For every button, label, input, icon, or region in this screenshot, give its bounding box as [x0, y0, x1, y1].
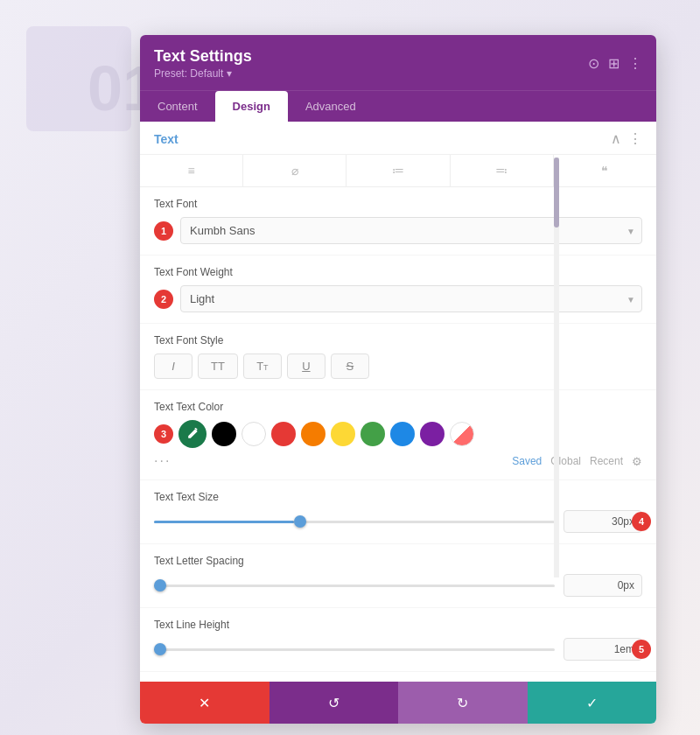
text-size-thumb[interactable]: [294, 515, 306, 528]
text-size-slider-container: [154, 513, 555, 530]
swatch-green[interactable]: [360, 422, 385, 446]
cancel-icon: ✕: [199, 695, 210, 711]
color-tab-dots[interactable]: ···: [154, 453, 171, 469]
swatch-yellow[interactable]: [331, 422, 355, 446]
swatch-black[interactable]: [212, 422, 236, 446]
text-font-weight-section: Text Font Weight 2 Light Regular Bold ▼: [140, 256, 656, 324]
text-size-section: Text Text Size 4: [140, 480, 656, 544]
color-tab-saved[interactable]: Saved: [512, 455, 542, 467]
line-height-value-wrapper: 5: [564, 638, 642, 661]
line-height-label: Text Line Height: [154, 619, 642, 631]
text-font-style-label: Text Font Style: [154, 334, 642, 346]
confirm-button[interactable]: ✓: [528, 682, 657, 724]
letter-spacing-track: [154, 584, 555, 587]
swatch-purple[interactable]: [420, 422, 444, 446]
line-height-slider-container: [154, 640, 555, 658]
line-height-input[interactable]: [564, 638, 642, 661]
color-tab-links: Saved Global Recent ⚙: [512, 455, 642, 468]
line-height-slider-row: 5: [154, 638, 642, 661]
text-font-weight-row: 2 Light Regular Bold ▼: [154, 285, 642, 312]
panel-content: Text ∧ ⋮ ≡ ⌀ ≔ ≕ ❝ Text Font 1 Kumbh San…: [140, 122, 656, 682]
text-size-track: [154, 521, 555, 523]
format-ol-btn[interactable]: ≕: [451, 155, 554, 186]
text-font-row: 1 Kumbh Sans ▼: [154, 217, 642, 244]
format-align-btn[interactable]: ≡: [140, 155, 243, 186]
section-header: Text ∧ ⋮: [140, 122, 656, 155]
format-clear-btn[interactable]: ⌀: [243, 155, 346, 186]
tab-design[interactable]: Design: [215, 91, 288, 122]
letter-spacing-thumb[interactable]: [154, 579, 166, 592]
text-color-label: Text Text Color: [154, 401, 642, 413]
letter-spacing-slider-container: [154, 577, 555, 594]
cancel-button[interactable]: ✕: [140, 682, 270, 724]
confirm-icon: ✓: [586, 695, 598, 711]
line-height-badge: 5: [632, 640, 651, 659]
underline-btn[interactable]: U: [287, 354, 326, 379]
uppercase-btn[interactable]: TT: [198, 354, 238, 379]
text-font-label: Text Font: [154, 198, 642, 210]
text-size-value-wrapper: 4: [564, 510, 642, 533]
color-picker-btn[interactable]: [178, 420, 206, 448]
letter-spacing-slider-row: [154, 574, 642, 597]
text-size-input[interactable]: [564, 510, 642, 533]
swatch-red[interactable]: [271, 422, 296, 446]
bottom-bar: ✕ ↺ ↻ ✓: [140, 682, 656, 724]
line-height-section: Text Line Height 5: [140, 608, 656, 672]
font-select[interactable]: Kumbh Sans: [180, 217, 642, 244]
text-size-badge: 4: [632, 512, 651, 531]
scrollbar-thumb[interactable]: [554, 158, 559, 228]
strikethrough-btn[interactable]: S: [331, 354, 369, 379]
color-tabs: ··· Saved Global Recent ⚙: [154, 453, 642, 469]
tab-content[interactable]: Content: [140, 91, 215, 122]
section-more-icon[interactable]: ⋮: [628, 130, 642, 147]
layout-icon[interactable]: ⊞: [608, 55, 620, 72]
letter-spacing-input[interactable]: [564, 574, 642, 597]
more-icon[interactable]: ⋮: [628, 55, 642, 72]
settings-panel: Text Settings Preset: Default ▾ ⊙ ⊞ ⋮ Co…: [140, 35, 656, 724]
swatch-orange[interactable]: [301, 422, 326, 446]
panel-tabs: Content Design Advanced: [140, 90, 656, 122]
panel-preset[interactable]: Preset: Default ▾: [154, 67, 252, 80]
letter-spacing-value-wrapper: [564, 574, 642, 597]
text-font-section: Text Font 1 Kumbh Sans ▼: [140, 187, 656, 256]
font-weight-select-wrapper: Light Regular Bold ▼: [180, 285, 642, 312]
swatch-white[interactable]: [242, 422, 266, 446]
responsive-icon[interactable]: ⊙: [588, 55, 599, 72]
line-height-thumb[interactable]: [154, 643, 166, 655]
panel-header-left: Text Settings Preset: Default ▾: [154, 47, 252, 80]
format-row: ≡ ⌀ ≔ ≕ ❝: [140, 155, 656, 187]
color-tab-recent[interactable]: Recent: [590, 455, 623, 467]
section-collapse-icon[interactable]: ∧: [611, 130, 621, 147]
text-font-weight-label: Text Font Weight: [154, 266, 642, 278]
capitalize-btn[interactable]: Tt: [243, 354, 282, 379]
redo-icon: ↻: [457, 695, 468, 711]
text-size-fill: [154, 521, 294, 523]
text-color-section: Text Text Color 3 ···: [140, 390, 656, 480]
tab-advanced[interactable]: Advanced: [288, 91, 374, 122]
undo-icon: ↺: [328, 695, 340, 711]
text-size-label: Text Text Size: [154, 491, 642, 503]
undo-button[interactable]: ↺: [270, 682, 399, 724]
panel-title: Text Settings: [154, 47, 252, 66]
swatch-blue[interactable]: [390, 422, 415, 446]
text-size-slider-row: 4: [154, 510, 642, 533]
text-font-style-section: Text Font Style I TT Tt U S: [140, 324, 656, 390]
pencil-icon: [186, 428, 199, 440]
letter-spacing-section: Text Letter Spacing: [140, 544, 656, 608]
format-quote-btn[interactable]: ❝: [554, 155, 656, 186]
font-weight-select[interactable]: Light Regular Bold: [180, 285, 642, 312]
text-shadow-section: Text Shadow: [140, 672, 656, 682]
italic-btn[interactable]: I: [154, 354, 192, 379]
gear-icon[interactable]: ⚙: [632, 455, 642, 468]
line-height-track: [154, 648, 555, 651]
scrollbar-track: [554, 158, 559, 578]
font-weight-badge: 2: [154, 290, 173, 309]
swatch-none[interactable]: [450, 422, 474, 446]
section-title: Text: [154, 132, 178, 146]
font-select-wrapper: Kumbh Sans ▼: [180, 217, 642, 244]
letter-spacing-label: Text Letter Spacing: [154, 555, 642, 567]
format-ul-btn[interactable]: ≔: [346, 155, 450, 186]
panel-header: Text Settings Preset: Default ▾ ⊙ ⊞ ⋮: [140, 35, 656, 90]
color-badge: 3: [154, 424, 173, 444]
redo-button[interactable]: ↻: [398, 682, 528, 724]
